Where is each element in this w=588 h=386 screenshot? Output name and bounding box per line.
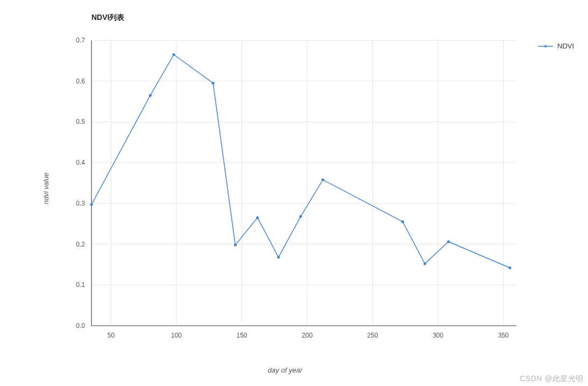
y-tick-label: 0.3 xyxy=(76,200,85,207)
y-tick-label: 0.6 xyxy=(76,78,85,85)
x-tick-label: 350 xyxy=(498,332,509,339)
x-tick-label: 300 xyxy=(433,332,443,339)
y-tick-label: 0.1 xyxy=(76,281,85,289)
x-tick-label: 250 xyxy=(367,332,378,339)
y-tick-label: 0.7 xyxy=(76,37,85,44)
series-point xyxy=(277,256,279,258)
series-point xyxy=(322,179,324,181)
legend: NDVI xyxy=(538,42,574,50)
x-tick-label: 150 xyxy=(237,332,247,339)
y-tick-label: 0.4 xyxy=(76,159,85,166)
x-tick-label: 100 xyxy=(171,332,182,339)
series-point xyxy=(509,266,511,269)
y-tick-label: 0.2 xyxy=(76,241,85,248)
y-tick-label: 0.0 xyxy=(76,322,85,329)
series-point xyxy=(401,221,403,223)
series-point xyxy=(424,263,426,265)
x-tick-label: 200 xyxy=(302,332,313,339)
series-line xyxy=(91,55,510,268)
y-tick-label: 0.5 xyxy=(76,118,85,125)
series-point xyxy=(257,216,259,219)
series-point xyxy=(300,215,302,217)
series-point xyxy=(149,94,151,96)
series-point xyxy=(234,244,236,246)
x-tick-label: 50 xyxy=(108,332,115,339)
series-point xyxy=(447,241,449,243)
series-point xyxy=(173,53,175,55)
legend-label: NDVI xyxy=(557,42,574,50)
series-point xyxy=(212,82,214,84)
chart-plot-area: 0.00.10.20.30.40.50.60.75010015020025030… xyxy=(0,0,588,386)
legend-marker xyxy=(544,45,547,47)
series-point xyxy=(90,203,93,206)
